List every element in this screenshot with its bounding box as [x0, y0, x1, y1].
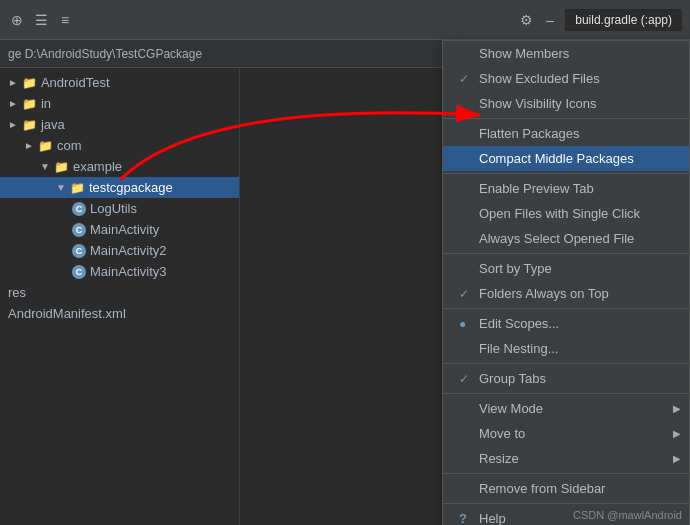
- tree-label: example: [73, 159, 122, 174]
- minimize-icon[interactable]: –: [541, 11, 559, 29]
- expand-arrow: ▼: [56, 182, 66, 193]
- menu-label: Help: [479, 511, 506, 525]
- tree-label: testcgpackage: [89, 180, 173, 195]
- menu-item-show-excluded-files[interactable]: ✓Show Excluded Files: [443, 66, 689, 91]
- tree-item-androidmanifest-xml[interactable]: AndroidManifest.xml: [0, 303, 239, 324]
- checkmark-icon: ✓: [459, 372, 473, 386]
- folder-icon: 📁: [22, 76, 37, 90]
- menu-label: Resize: [479, 451, 519, 466]
- submenu-arrow-icon: ▶: [673, 428, 681, 439]
- menu-separator: [443, 118, 689, 119]
- tree-item-testcgpackage[interactable]: ▼ 📁 testcgpackage: [0, 177, 239, 198]
- menu-separator: [443, 503, 689, 504]
- globe-icon[interactable]: ⊕: [8, 11, 26, 29]
- menu-item-open-files-single-click[interactable]: Open Files with Single Click: [443, 201, 689, 226]
- menu-label: Flatten Packages: [479, 126, 579, 141]
- gear-icon[interactable]: ⚙: [517, 11, 535, 29]
- submenu-arrow-icon: ▶: [673, 403, 681, 414]
- menu-label: Move to: [479, 426, 525, 441]
- tree-item-mainactivity3[interactable]: C MainActivity3: [0, 261, 239, 282]
- tree-label: MainActivity3: [90, 264, 167, 279]
- help-icon: ?: [459, 511, 473, 525]
- menu-separator: [443, 173, 689, 174]
- tree-item-mainactivity[interactable]: C MainActivity: [0, 219, 239, 240]
- menu-label: Folders Always on Top: [479, 286, 609, 301]
- filter-icon[interactable]: ≡: [56, 11, 74, 29]
- menu-item-resize[interactable]: Resize▶: [443, 446, 689, 471]
- menu-item-remove-from-sidebar[interactable]: Remove from Sidebar: [443, 476, 689, 501]
- menu-label: Show Excluded Files: [479, 71, 600, 86]
- menu-item-sort-by-type[interactable]: Sort by Type: [443, 256, 689, 281]
- menu-label: File Nesting...: [479, 341, 558, 356]
- tree-label: res: [8, 285, 26, 300]
- menu-label: Open Files with Single Click: [479, 206, 640, 221]
- tree-item-example[interactable]: ▼ 📁 example: [0, 156, 239, 177]
- tree-label: java: [41, 117, 65, 132]
- tree-label: in: [41, 96, 51, 111]
- expand-arrow: ►: [24, 140, 34, 151]
- class-icon: C: [72, 223, 86, 237]
- context-menu: Show Members✓Show Excluded Files Show Vi…: [442, 40, 690, 525]
- tree-item-in[interactable]: ► 📁 in: [0, 93, 239, 114]
- menu-item-show-visibility-icons[interactable]: Show Visibility Icons: [443, 91, 689, 116]
- tree-label: AndroidTest: [41, 75, 110, 90]
- tree-item-com[interactable]: ► 📁 com: [0, 135, 239, 156]
- class-icon: C: [72, 202, 86, 216]
- list-icon[interactable]: ☰: [32, 11, 50, 29]
- tree-label: AndroidManifest.xml: [8, 306, 126, 321]
- menu-item-folders-always-on-top[interactable]: ✓Folders Always on Top: [443, 281, 689, 306]
- expand-arrow: ►: [8, 98, 18, 109]
- menu-item-file-nesting[interactable]: File Nesting...: [443, 336, 689, 361]
- menu-label: Show Visibility Icons: [479, 96, 597, 111]
- expand-arrow: ►: [8, 77, 18, 88]
- menu-separator: [443, 393, 689, 394]
- menu-label: Group Tabs: [479, 371, 546, 386]
- menu-label: Sort by Type: [479, 261, 552, 276]
- gradle-tab[interactable]: build.gradle (:app): [565, 9, 682, 31]
- menu-item-always-select-opened[interactable]: Always Select Opened File: [443, 226, 689, 251]
- folder-icon: 📁: [22, 97, 37, 111]
- menu-separator: [443, 308, 689, 309]
- menu-separator: [443, 363, 689, 364]
- tree-item-java[interactable]: ► 📁 java: [0, 114, 239, 135]
- tree-label: com: [57, 138, 82, 153]
- menu-label: Remove from Sidebar: [479, 481, 605, 496]
- menu-item-show-members[interactable]: Show Members: [443, 41, 689, 66]
- menu-item-compact-middle-packages[interactable]: Compact Middle Packages: [443, 146, 689, 171]
- expand-arrow: ►: [8, 119, 18, 130]
- menu-separator: [443, 473, 689, 474]
- menu-separator: [443, 253, 689, 254]
- tree-item-androidtest[interactable]: ► 📁 AndroidTest: [0, 72, 239, 93]
- menu-item-view-mode[interactable]: View Mode▶: [443, 396, 689, 421]
- menu-label: Enable Preview Tab: [479, 181, 594, 196]
- file-tree: ► 📁 AndroidTest► 📁 in► 📁 java► 📁 com▼ 📁 …: [0, 68, 240, 525]
- tree-item-res[interactable]: res: [0, 282, 239, 303]
- tree-label: LogUtils: [90, 201, 137, 216]
- menu-label: Always Select Opened File: [479, 231, 634, 246]
- radio-icon: ●: [459, 317, 473, 331]
- menu-item-edit-scopes[interactable]: ●Edit Scopes...: [443, 311, 689, 336]
- menu-item-move-to[interactable]: Move to▶: [443, 421, 689, 446]
- submenu-arrow-icon: ▶: [673, 453, 681, 464]
- tree-item-logutils[interactable]: C LogUtils: [0, 198, 239, 219]
- menu-item-group-tabs[interactable]: ✓Group Tabs: [443, 366, 689, 391]
- folder-icon: 📁: [54, 160, 69, 174]
- tree-label: MainActivity: [90, 222, 159, 237]
- menu-label: Compact Middle Packages: [479, 151, 634, 166]
- folder-icon: 📁: [70, 181, 85, 195]
- menu-label: Edit Scopes...: [479, 316, 559, 331]
- tree-item-mainactivity2[interactable]: C MainActivity2: [0, 240, 239, 261]
- path-prefix: ge: [8, 47, 21, 61]
- menu-label: Show Members: [479, 46, 569, 61]
- menu-label: View Mode: [479, 401, 543, 416]
- path-value: D:\AndroidStudy\TestCGPackage: [25, 47, 202, 61]
- expand-arrow: ▼: [40, 161, 50, 172]
- folder-icon: 📁: [38, 139, 53, 153]
- folder-icon: 📁: [22, 118, 37, 132]
- tab-bar: build.gradle (:app): [565, 9, 682, 31]
- checkmark-icon: ✓: [459, 287, 473, 301]
- watermark: CSDN @mawlAndroid: [573, 509, 682, 521]
- menu-item-enable-preview-tab[interactable]: Enable Preview Tab: [443, 176, 689, 201]
- menu-item-flatten-packages[interactable]: Flatten Packages: [443, 121, 689, 146]
- class-icon: C: [72, 244, 86, 258]
